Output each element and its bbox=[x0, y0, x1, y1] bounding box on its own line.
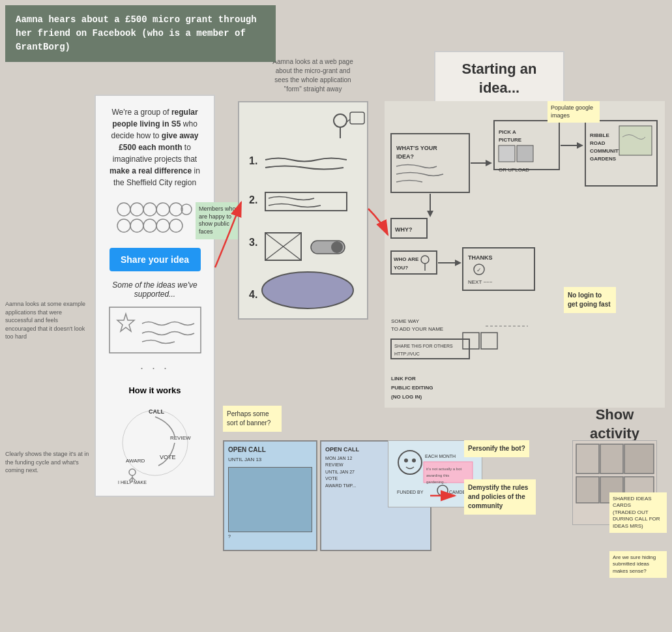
svg-rect-11 bbox=[110, 307, 201, 353]
banner-sticky: Perhaps some sort of banner? bbox=[223, 406, 282, 432]
svg-text:REVIEW: REVIEW bbox=[170, 435, 191, 441]
aamna-left-top-note: Aamna looks at some example applications… bbox=[5, 300, 90, 341]
svg-text:SOME WAY: SOME WAY bbox=[391, 318, 420, 324]
open-call-title-1: OPEN CALL bbox=[228, 445, 312, 455]
wireframe-sketch: 1. 2. 3. 4. bbox=[238, 101, 368, 320]
svg-text:FUNDED BY: FUNDED BY bbox=[397, 490, 424, 494]
svg-text:PICTURE: PICTURE bbox=[499, 137, 522, 143]
dots-separator: · · · bbox=[105, 361, 205, 375]
shared-ideas-text: SHARED IDEAS CARDS (TRADED OUT DURING CA… bbox=[613, 496, 660, 529]
how-it-works-text: How it works bbox=[128, 385, 181, 395]
ideas-title-text: Some of the ideas we've supported... bbox=[112, 280, 197, 299]
svg-text:LINK FOR: LINK FOR bbox=[391, 376, 416, 382]
open-call-date-1: UNTIL JAN 13 bbox=[228, 456, 312, 463]
svg-point-35 bbox=[331, 241, 343, 253]
show-activity-box: Show activity bbox=[572, 406, 657, 443]
svg-text:it's not actually a bot: it's not actually a bot bbox=[426, 467, 462, 471]
svg-rect-47 bbox=[517, 145, 533, 162]
svg-rect-29 bbox=[265, 192, 347, 211]
svg-text:2.: 2. bbox=[249, 194, 257, 205]
svg-rect-82 bbox=[463, 333, 479, 349]
header-text: Aamna hears about a £500 micro grant thr… bbox=[16, 14, 257, 52]
svg-marker-50 bbox=[577, 142, 583, 149]
svg-marker-67 bbox=[455, 260, 461, 266]
svg-marker-42 bbox=[486, 160, 492, 166]
aamna-left-bottom-text: Clearly shows the stage it's at in the f… bbox=[5, 451, 89, 474]
personify-text: Personify the bot? bbox=[468, 445, 525, 452]
ideas-supported-title: Some of the ideas we've supported... bbox=[105, 280, 205, 299]
are-sure-sticky: Are we sure hiding submitted ideas makes… bbox=[609, 551, 667, 578]
svg-point-18 bbox=[129, 469, 136, 475]
svg-text:NEXT ~~~: NEXT ~~~ bbox=[468, 279, 493, 285]
svg-text:SHARE THIS FOR OTHERS: SHARE THIS FOR OTHERS bbox=[394, 344, 453, 348]
svg-text:OR UPLOAD: OR UPLOAD bbox=[499, 167, 529, 173]
idea-flow-svg: WHAT'S YOUR IDEA? PICK A PICTURE OR UPLO… bbox=[385, 101, 665, 408]
svg-point-96 bbox=[437, 485, 448, 496]
banner-sticky-text: Perhaps some sort of banner? bbox=[227, 410, 270, 427]
svg-point-37 bbox=[262, 272, 353, 308]
svg-point-86 bbox=[412, 459, 416, 462]
svg-text:RIBBLE: RIBBLE bbox=[590, 132, 609, 138]
populate-sticky-text: Populate google images bbox=[551, 104, 593, 119]
svg-point-1 bbox=[130, 203, 143, 216]
demystify-sticky: Demystify the rules and policies of the … bbox=[464, 479, 536, 515]
aamna-left-top-text: Aamna looks at some example applications… bbox=[5, 301, 85, 340]
svg-point-64 bbox=[421, 256, 429, 263]
svg-text:I HELP MAKE: I HELP MAKE bbox=[118, 480, 147, 485]
aamna-top-note-text: Aamna looks at a web page about the micr… bbox=[272, 58, 353, 93]
open-call-bg-1 bbox=[228, 467, 312, 532]
svg-point-85 bbox=[404, 459, 408, 462]
members-sticky: Members who are happy to show public fac… bbox=[196, 202, 244, 239]
svg-point-4 bbox=[169, 203, 183, 216]
svg-point-84 bbox=[398, 451, 422, 474]
svg-rect-56 bbox=[619, 126, 652, 155]
svg-text:IDEA?: IDEA? bbox=[396, 153, 414, 160]
svg-point-7 bbox=[130, 219, 143, 232]
svg-point-3 bbox=[156, 203, 169, 216]
svg-point-9 bbox=[156, 219, 169, 232]
svg-point-2 bbox=[143, 203, 156, 216]
svg-rect-98 bbox=[576, 444, 599, 474]
personify-sticky: Personify the bot? bbox=[464, 440, 529, 457]
cycle-sketch: CALL REVIEW VOTE AWARD I HELP MAKE bbox=[113, 400, 197, 485]
demystify-text: Demystify the rules and policies of the … bbox=[468, 484, 528, 509]
how-it-works-title: How it works bbox=[105, 385, 205, 395]
open-call-mark-1: ? bbox=[228, 534, 312, 540]
share-your-idea-button[interactable]: Share your idea bbox=[110, 248, 201, 271]
populate-sticky: Populate google images bbox=[548, 101, 600, 123]
svg-text:awarding this: awarding this bbox=[426, 474, 449, 477]
svg-text:✓: ✓ bbox=[476, 267, 482, 273]
aamna-left-bottom-note: Clearly shows the stage it's at in the f… bbox=[5, 450, 90, 475]
svg-rect-83 bbox=[481, 333, 497, 349]
svg-text:ROAD: ROAD bbox=[590, 140, 606, 146]
svg-text:GARDENS: GARDENS bbox=[590, 156, 617, 162]
no-login-sticky: No login to get going fast bbox=[564, 287, 616, 313]
svg-marker-58 bbox=[427, 211, 433, 217]
svg-text:HTTP://VUC: HTTP://VUC bbox=[394, 352, 420, 356]
svg-rect-101 bbox=[576, 477, 599, 503]
svg-rect-100 bbox=[624, 444, 654, 474]
svg-text:WHAT'S YOUR: WHAT'S YOUR bbox=[396, 145, 437, 151]
svg-text:VOTE: VOTE bbox=[160, 454, 176, 460]
svg-text:EACH MONTH: EACH MONTH bbox=[425, 454, 456, 459]
left-panel: We're a group of regular people living i… bbox=[95, 95, 215, 497]
members-sticky-text: Members who are happy to show public fac… bbox=[199, 205, 236, 235]
svg-rect-38 bbox=[391, 134, 469, 192]
ideas-sketch bbox=[106, 304, 204, 356]
svg-text:TO ADD YOUR NAME: TO ADD YOUR NAME bbox=[391, 326, 443, 332]
shared-ideas-sticky: SHARED IDEAS CARDS (TRADED OUT DURING CA… bbox=[609, 492, 667, 533]
svg-text:1.: 1. bbox=[249, 155, 257, 166]
svg-text:PICK A: PICK A bbox=[499, 129, 516, 135]
svg-rect-25 bbox=[350, 112, 364, 124]
idea-flow-area: WHAT'S YOUR IDEA? PICK A PICTURE OR UPLO… bbox=[385, 101, 665, 408]
open-call-box-1: OPEN CALL UNTIL JAN 13 ? bbox=[223, 440, 317, 551]
faces-sketch bbox=[116, 196, 194, 239]
svg-point-10 bbox=[169, 219, 183, 232]
no-login-text: No login to get going fast bbox=[568, 292, 611, 308]
svg-text:3.: 3. bbox=[249, 237, 257, 248]
aamna-top-note: Aamna looks at a web page about the micr… bbox=[270, 57, 355, 94]
svg-rect-99 bbox=[600, 444, 623, 474]
are-sure-text: Are we sure hiding submitted ideas makes… bbox=[613, 554, 656, 574]
intro-text: We're a group of regular people living i… bbox=[105, 106, 205, 188]
svg-text:CALL: CALL bbox=[149, 408, 164, 415]
